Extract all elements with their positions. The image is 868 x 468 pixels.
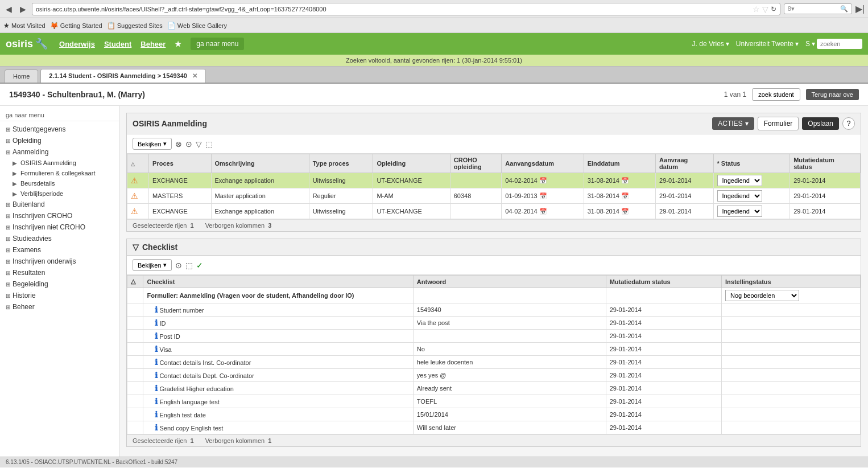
- checklist-col-mutatiedatum[interactable]: Mutatiedatum status: [606, 276, 721, 288]
- bookmark-most-visited[interactable]: ★ Most Visited: [3, 22, 46, 30]
- row-status[interactable]: IngediendIngediend: [713, 173, 790, 188]
- table-row[interactable]: ⚠ MASTERS Master application Regulier M-…: [127, 188, 861, 204]
- bookmark-getting-started[interactable]: 🦊 Getting Started: [50, 22, 102, 30]
- sidebar-item-osiris-aanmelding[interactable]: ▶ OSIRIS Aanmelding: [0, 158, 119, 168]
- sidebar-item-beheer[interactable]: ⊞ Beheer: [0, 301, 119, 313]
- list-item[interactable]: ℹ Student number 1549340 29-01-2014: [127, 303, 861, 317]
- calendar-icon[interactable]: 📅: [539, 177, 547, 184]
- col-opleiding[interactable]: Opleiding: [373, 154, 450, 173]
- col-status[interactable]: * Status: [713, 154, 790, 173]
- formulier-button[interactable]: Formulier: [758, 117, 799, 130]
- sidebar-item-verblijfsperiode[interactable]: ▶ Verblijfsperiode: [0, 188, 119, 199]
- close-circle-icon[interactable]: ⊗: [175, 139, 182, 149]
- list-item[interactable]: ℹ Visa No 29-01-2014: [127, 343, 861, 356]
- header-university[interactable]: Universiteit Twente ▾: [736, 40, 799, 48]
- instellingstatus-select[interactable]: Nog beoordelen: [725, 290, 799, 301]
- acties-button[interactable]: ACTIES ▾: [712, 117, 754, 130]
- opslaan-button[interactable]: Opslaan: [802, 117, 839, 130]
- list-item[interactable]: ℹ Contact details Inst. Co-ordinator hel…: [127, 356, 861, 369]
- list-item[interactable]: Formulier: Aanmelding (Vragen voor de st…: [127, 288, 861, 303]
- sidebar-item-beursdetails[interactable]: ▶ Beursdetails: [0, 178, 119, 188]
- zoek-student-button[interactable]: zoek student: [752, 88, 800, 101]
- back-button[interactable]: ◀: [3, 3, 14, 15]
- checklist-col-instellingstatus[interactable]: Instellingstatus: [721, 276, 860, 288]
- calendar-icon[interactable]: 📅: [539, 208, 547, 215]
- col-croho-opleiding[interactable]: CROHOopleiding: [450, 154, 502, 173]
- col-mutatiedatum-status[interactable]: Mutatiedatumstatus: [790, 154, 861, 173]
- sidebar-item-inschrijven-onderwijs[interactable]: ⊞ Inschrijven onderwijs: [0, 256, 119, 267]
- col-type-proces[interactable]: Type proces: [309, 154, 373, 173]
- sidebar-item-aanmelding[interactable]: ⊞ Aanmelding: [0, 146, 119, 158]
- header-user[interactable]: J. de Vries ▾: [692, 40, 729, 48]
- checklist-bekijken-button[interactable]: Bekijken ▾: [133, 259, 172, 271]
- checklist-approve-icon[interactable]: ✓: [196, 261, 203, 270]
- status-select[interactable]: IngediendIngediend: [717, 175, 762, 186]
- calendar-icon[interactable]: 📅: [621, 177, 629, 184]
- col-aanvangsdatum[interactable]: Aanvangsdatum: [502, 154, 584, 173]
- sidebar-item-inschrijven-niet-croho[interactable]: ⊞ Inschrijven niet CROHO: [0, 221, 119, 233]
- list-item[interactable]: ℹ Gradelist Higher education Already sen…: [127, 382, 861, 395]
- status-select[interactable]: IngediendIngediend: [717, 206, 762, 217]
- sidebar-go-to-label: ga naar menu: [0, 109, 119, 121]
- sidebar-item-studieadvies[interactable]: ⊞ Studieadvies: [0, 233, 119, 244]
- go-to-menu-button[interactable]: ga naar menu: [191, 38, 244, 50]
- bookmark-suggested-sites[interactable]: 📋 Suggested Sites: [107, 22, 163, 30]
- list-item[interactable]: ℹ ID Via the post 29-01-2014: [127, 317, 861, 330]
- nav-student[interactable]: Student: [104, 40, 131, 48]
- nav-beheer[interactable]: Beheer: [140, 40, 166, 48]
- terug-button[interactable]: Terug naar ove: [806, 89, 859, 100]
- sidebar-item-resultaten[interactable]: ⊞ Resultaten: [0, 267, 119, 278]
- header-search-input[interactable]: [817, 39, 862, 49]
- checklist-export-icon[interactable]: ⬚: [185, 261, 193, 270]
- address-bar[interactable]: osiris-acc.utsp.utwente.nl/osiris/faces/…: [32, 3, 780, 15]
- checklist-col-checklist[interactable]: Checklist: [143, 276, 413, 288]
- list-item[interactable]: ℹ Contact details Dept. Co-ordinator yes…: [127, 369, 861, 382]
- col-proces[interactable]: Proces: [149, 154, 211, 173]
- instellingstatus-cell[interactable]: Nog beoordelen: [721, 288, 860, 303]
- sidebar-item-opleiding[interactable]: ⊞ Opleiding: [0, 135, 119, 146]
- calendar-icon[interactable]: 📅: [539, 192, 547, 199]
- sidebar-item-inschrijven-croho[interactable]: ⊞ Inschrijven CROHO: [0, 210, 119, 221]
- google-search-box[interactable]: 8▾ 🔍: [784, 3, 852, 14]
- bookmark-star2-icon[interactable]: ▽: [762, 5, 768, 14]
- sidebar-item-formulieren[interactable]: ▶ Formulieren & collegekaart: [0, 168, 119, 178]
- forward-button[interactable]: ▶: [18, 3, 28, 15]
- nav-star-icon[interactable]: ★: [175, 40, 181, 48]
- sidebar-item-examens[interactable]: ⊞ Examens: [0, 244, 119, 256]
- list-item[interactable]: ℹ English language test TOEFL 29-01-2014: [127, 395, 861, 408]
- sidebar-item-begeleiding[interactable]: ⊞ Begeleiding: [0, 278, 119, 290]
- row-status[interactable]: IngediendIngediend: [713, 188, 790, 204]
- collapse-icon[interactable]: ▽: [133, 243, 139, 252]
- calendar-icon[interactable]: 📅: [621, 192, 629, 199]
- nav-onderwijs[interactable]: Onderwijs: [59, 40, 95, 48]
- bookmark-web-slice[interactable]: 📄 Web Slice Gallery: [167, 22, 227, 30]
- tab-home[interactable]: Home: [5, 69, 38, 83]
- tab-close-icon[interactable]: ✕: [192, 72, 197, 79]
- checklist-col-antwoord[interactable]: Antwoord: [413, 276, 606, 288]
- sidebar-item-historie[interactable]: ⊞ Historie: [0, 290, 119, 301]
- row-status[interactable]: IngediendIngediend: [713, 204, 790, 219]
- sidebar-arrow-icon: ▶: [13, 160, 17, 166]
- bookmark-star-icon[interactable]: ☆: [753, 5, 760, 14]
- list-item[interactable]: ℹ Post ID 29-01-2014: [127, 330, 861, 343]
- table-row[interactable]: ⚠ EXCHANGE Exchange application Uitwisse…: [127, 173, 861, 188]
- status-select[interactable]: IngediendIngediend: [717, 190, 762, 202]
- bekijken-button[interactable]: Bekijken ▾: [133, 138, 172, 150]
- refresh-icon[interactable]: ↻: [771, 5, 776, 13]
- filter-icon[interactable]: ▽: [196, 139, 202, 149]
- col-sort: △: [127, 154, 149, 173]
- col-aanvraag-datum[interactable]: Aanvraagdatum: [656, 154, 713, 173]
- export-icon[interactable]: ⬚: [205, 139, 213, 149]
- help-button[interactable]: ?: [842, 117, 855, 130]
- col-einddatum[interactable]: Einddatum: [584, 154, 655, 173]
- calendar-icon[interactable]: 📅: [621, 208, 629, 215]
- info-circle-icon[interactable]: ⊙: [185, 139, 192, 149]
- tab-aanmelding[interactable]: 2.1.14 Student - OSIRIS Aanmelding > 154…: [40, 69, 206, 83]
- sidebar-item-buitenland[interactable]: ⊞ Buitenland: [0, 199, 119, 210]
- sidebar-item-studentgegevens[interactable]: ⊞ Studentgegevens: [0, 124, 119, 135]
- list-item[interactable]: ℹ Send copy English test Will send later…: [127, 421, 861, 434]
- table-row[interactable]: ⚠ EXCHANGE Exchange application Uitwisse…: [127, 204, 861, 219]
- checklist-refresh-icon[interactable]: ⊙: [175, 261, 182, 270]
- list-item[interactable]: ℹ English test date 15/01/2014 29-01-201…: [127, 408, 861, 421]
- col-omschrijving[interactable]: Omschrijving: [211, 154, 309, 173]
